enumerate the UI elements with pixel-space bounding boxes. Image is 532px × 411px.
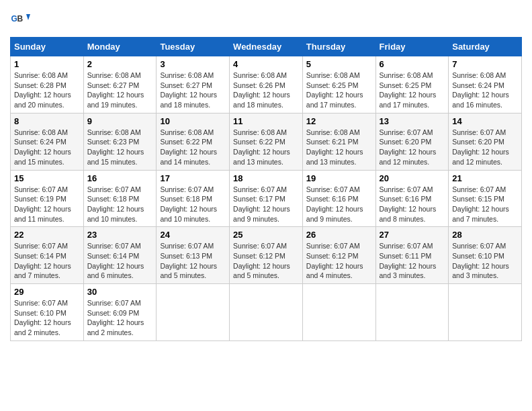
column-header-thursday: Thursday <box>302 38 375 56</box>
day-number: 17 <box>160 173 226 183</box>
day-number: 5 <box>306 59 372 69</box>
calendar-cell: 9 Sunrise: 6:08 AM Sunset: 6:23 PM Dayli… <box>83 113 157 170</box>
day-info: Sunrise: 6:08 AM Sunset: 6:26 PM Dayligh… <box>233 71 290 109</box>
calendar-cell <box>230 284 303 341</box>
day-info: Sunrise: 6:07 AM Sunset: 6:10 PM Dayligh… <box>14 299 71 336</box>
day-number: 18 <box>233 173 299 183</box>
calendar-cell: 18 Sunrise: 6:07 AM Sunset: 6:17 PM Dayl… <box>230 170 303 227</box>
day-info: Sunrise: 6:08 AM Sunset: 6:21 PM Dayligh… <box>306 128 363 166</box>
calendar-cell: 5 Sunrise: 6:08 AM Sunset: 6:25 PM Dayli… <box>302 56 375 113</box>
day-number: 3 <box>160 59 226 69</box>
day-number: 21 <box>452 173 518 183</box>
day-number: 1 <box>14 59 80 69</box>
day-number: 9 <box>87 116 153 126</box>
calendar-cell: 8 Sunrise: 6:08 AM Sunset: 6:24 PM Dayli… <box>11 113 84 170</box>
day-number: 10 <box>160 116 226 126</box>
svg-marker-2 <box>26 14 30 20</box>
day-info: Sunrise: 6:08 AM Sunset: 6:24 PM Dayligh… <box>14 128 71 166</box>
calendar-cell: 2 Sunrise: 6:08 AM Sunset: 6:27 PM Dayli… <box>83 56 157 113</box>
logo-icon: G B <box>10 10 30 30</box>
day-info: Sunrise: 6:07 AM Sunset: 6:18 PM Dayligh… <box>160 185 217 223</box>
day-info: Sunrise: 6:07 AM Sunset: 6:11 PM Dayligh… <box>380 242 437 279</box>
day-info: Sunrise: 6:08 AM Sunset: 6:22 PM Dayligh… <box>233 128 290 166</box>
calendar-week-4: 22 Sunrise: 6:07 AM Sunset: 6:14 PM Dayl… <box>11 227 522 284</box>
calendar-cell: 23 Sunrise: 6:07 AM Sunset: 6:14 PM Dayl… <box>83 227 157 284</box>
calendar-week-2: 8 Sunrise: 6:08 AM Sunset: 6:24 PM Dayli… <box>11 113 522 170</box>
day-number: 15 <box>14 173 80 183</box>
calendar-cell <box>375 284 449 341</box>
logo: G B <box>10 10 33 30</box>
calendar-cell <box>157 284 230 341</box>
day-number: 20 <box>380 173 445 183</box>
day-number: 26 <box>306 230 372 240</box>
day-number: 19 <box>306 173 372 183</box>
calendar-cell: 26 Sunrise: 6:07 AM Sunset: 6:12 PM Dayl… <box>302 227 375 284</box>
day-info: Sunrise: 6:07 AM Sunset: 6:14 PM Dayligh… <box>87 242 144 279</box>
day-number: 11 <box>233 116 299 126</box>
calendar-cell: 1 Sunrise: 6:08 AM Sunset: 6:28 PM Dayli… <box>11 56 84 113</box>
calendar-body: 1 Sunrise: 6:08 AM Sunset: 6:28 PM Dayli… <box>11 56 522 341</box>
day-info: Sunrise: 6:07 AM Sunset: 6:12 PM Dayligh… <box>306 242 363 279</box>
day-info: Sunrise: 6:07 AM Sunset: 6:16 PM Dayligh… <box>380 185 437 223</box>
calendar-cell <box>449 284 522 341</box>
page-header: G B <box>10 10 522 30</box>
day-number: 27 <box>380 230 445 240</box>
day-info: Sunrise: 6:08 AM Sunset: 6:22 PM Dayligh… <box>160 128 217 166</box>
calendar-week-5: 29 Sunrise: 6:07 AM Sunset: 6:10 PM Dayl… <box>11 284 522 341</box>
calendar-cell: 13 Sunrise: 6:07 AM Sunset: 6:20 PM Dayl… <box>375 113 449 170</box>
day-info: Sunrise: 6:08 AM Sunset: 6:28 PM Dayligh… <box>14 71 71 109</box>
day-number: 8 <box>14 116 80 126</box>
day-number: 24 <box>160 230 226 240</box>
day-info: Sunrise: 6:08 AM Sunset: 6:25 PM Dayligh… <box>306 71 363 109</box>
calendar-cell: 22 Sunrise: 6:07 AM Sunset: 6:14 PM Dayl… <box>11 227 84 284</box>
calendar-cell: 24 Sunrise: 6:07 AM Sunset: 6:13 PM Dayl… <box>157 227 230 284</box>
day-info: Sunrise: 6:07 AM Sunset: 6:19 PM Dayligh… <box>14 185 71 223</box>
day-info: Sunrise: 6:07 AM Sunset: 6:15 PM Dayligh… <box>452 185 509 223</box>
day-number: 7 <box>452 59 518 69</box>
day-info: Sunrise: 6:07 AM Sunset: 6:14 PM Dayligh… <box>14 242 71 279</box>
day-number: 6 <box>380 59 445 69</box>
day-info: Sunrise: 6:08 AM Sunset: 6:23 PM Dayligh… <box>87 128 144 166</box>
calendar-cell: 19 Sunrise: 6:07 AM Sunset: 6:16 PM Dayl… <box>302 170 375 227</box>
day-info: Sunrise: 6:07 AM Sunset: 6:18 PM Dayligh… <box>87 185 144 223</box>
day-info: Sunrise: 6:08 AM Sunset: 6:24 PM Dayligh… <box>452 71 509 109</box>
day-info: Sunrise: 6:07 AM Sunset: 6:09 PM Dayligh… <box>87 299 144 336</box>
day-info: Sunrise: 6:08 AM Sunset: 6:25 PM Dayligh… <box>380 71 437 109</box>
day-number: 4 <box>233 59 299 69</box>
day-info: Sunrise: 6:07 AM Sunset: 6:12 PM Dayligh… <box>233 242 290 279</box>
calendar-cell: 10 Sunrise: 6:08 AM Sunset: 6:22 PM Dayl… <box>157 113 230 170</box>
day-number: 30 <box>87 287 153 297</box>
column-header-tuesday: Tuesday <box>157 38 230 56</box>
day-info: Sunrise: 6:07 AM Sunset: 6:13 PM Dayligh… <box>160 242 217 279</box>
column-header-sunday: Sunday <box>11 38 84 56</box>
day-info: Sunrise: 6:08 AM Sunset: 6:27 PM Dayligh… <box>87 71 144 109</box>
calendar-cell: 28 Sunrise: 6:07 AM Sunset: 6:10 PM Dayl… <box>449 227 522 284</box>
calendar-cell: 21 Sunrise: 6:07 AM Sunset: 6:15 PM Dayl… <box>449 170 522 227</box>
day-info: Sunrise: 6:07 AM Sunset: 6:17 PM Dayligh… <box>233 185 290 223</box>
calendar-week-1: 1 Sunrise: 6:08 AM Sunset: 6:28 PM Dayli… <box>11 56 522 113</box>
calendar-cell: 20 Sunrise: 6:07 AM Sunset: 6:16 PM Dayl… <box>375 170 449 227</box>
calendar-cell: 11 Sunrise: 6:08 AM Sunset: 6:22 PM Dayl… <box>230 113 303 170</box>
calendar-cell: 30 Sunrise: 6:07 AM Sunset: 6:09 PM Dayl… <box>83 284 157 341</box>
calendar-cell: 29 Sunrise: 6:07 AM Sunset: 6:10 PM Dayl… <box>11 284 84 341</box>
day-number: 12 <box>306 116 372 126</box>
column-header-saturday: Saturday <box>449 38 522 56</box>
day-number: 22 <box>14 230 80 240</box>
day-number: 16 <box>87 173 153 183</box>
calendar-table: SundayMondayTuesdayWednesdayThursdayFrid… <box>10 37 522 341</box>
day-number: 13 <box>380 116 445 126</box>
day-info: Sunrise: 6:08 AM Sunset: 6:27 PM Dayligh… <box>160 71 217 109</box>
calendar-week-3: 15 Sunrise: 6:07 AM Sunset: 6:19 PM Dayl… <box>11 170 522 227</box>
calendar-cell: 14 Sunrise: 6:07 AM Sunset: 6:20 PM Dayl… <box>449 113 522 170</box>
day-number: 28 <box>452 230 518 240</box>
calendar-cell: 25 Sunrise: 6:07 AM Sunset: 6:12 PM Dayl… <box>230 227 303 284</box>
svg-text:B: B <box>17 14 24 24</box>
calendar-cell: 17 Sunrise: 6:07 AM Sunset: 6:18 PM Dayl… <box>157 170 230 227</box>
calendar-header-row: SundayMondayTuesdayWednesdayThursdayFrid… <box>11 38 522 56</box>
column-header-monday: Monday <box>83 38 157 56</box>
calendar-cell: 16 Sunrise: 6:07 AM Sunset: 6:18 PM Dayl… <box>83 170 157 227</box>
day-number: 2 <box>87 59 153 69</box>
calendar-cell: 3 Sunrise: 6:08 AM Sunset: 6:27 PM Dayli… <box>157 56 230 113</box>
calendar-cell: 6 Sunrise: 6:08 AM Sunset: 6:25 PM Dayli… <box>375 56 449 113</box>
day-number: 23 <box>87 230 153 240</box>
